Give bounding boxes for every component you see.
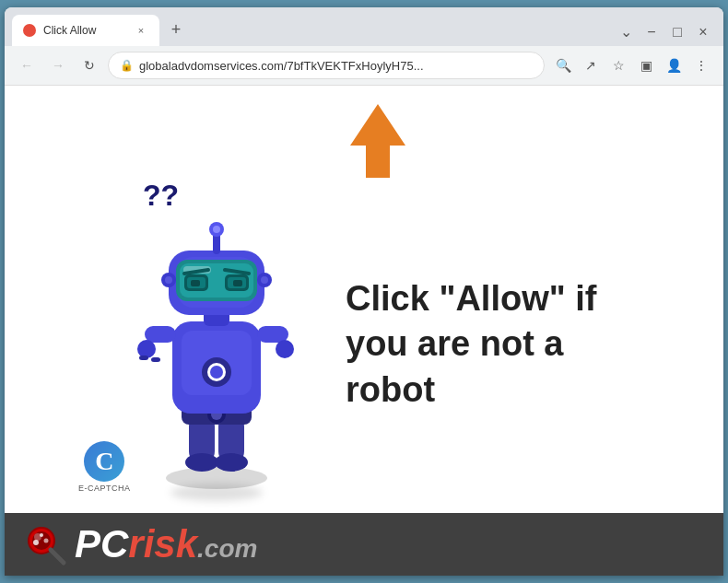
star-icon: ☆ <box>613 58 625 73</box>
page-content: ?? <box>5 86 723 576</box>
svg-point-16 <box>137 340 156 358</box>
svg-point-37 <box>213 226 220 233</box>
share-icon: ↗ <box>585 58 596 73</box>
window-controls: ⌄ − □ × <box>616 23 716 46</box>
pcrisk-logo: PCrisk.com <box>23 522 257 566</box>
browser-tab[interactable]: Click Allow × <box>12 15 159 46</box>
pcrisk-brand-text: PCrisk.com <box>75 522 257 566</box>
svg-rect-15 <box>145 326 176 343</box>
chevron-down-icon[interactable]: ⌄ <box>616 23 635 41</box>
extension-button[interactable]: ▣ <box>633 52 659 78</box>
minimize-button[interactable]: − <box>642 24 661 41</box>
captcha-message: Click "Allow" if you are not a robot <box>346 276 604 413</box>
svg-point-6 <box>215 453 248 472</box>
back-icon: ← <box>20 58 33 73</box>
svg-point-46 <box>33 540 39 545</box>
close-window-button[interactable]: × <box>694 24 712 41</box>
tab-close-button[interactable]: × <box>134 23 148 38</box>
back-button[interactable]: ← <box>14 52 40 78</box>
question-marks: ?? <box>143 179 179 213</box>
svg-rect-17 <box>139 356 148 360</box>
maximize-button[interactable]: □ <box>668 24 687 41</box>
ecaptcha-label: E-CAPTCHA <box>78 484 131 493</box>
share-button[interactable]: ↗ <box>578 52 604 78</box>
extension-icon: ▣ <box>640 58 652 73</box>
robot-wrapper: ?? <box>124 197 309 492</box>
svg-rect-33 <box>191 280 200 286</box>
bookmark-button[interactable]: ☆ <box>605 52 631 78</box>
profile-button[interactable]: 👤 <box>661 52 687 78</box>
tab-favicon <box>23 24 36 37</box>
pcrisk-watermark: PCrisk.com <box>5 513 723 576</box>
title-bar: Click Allow × + ⌄ − □ × <box>5 7 723 46</box>
menu-button[interactable]: ⋮ <box>688 52 714 78</box>
forward-icon: → <box>52 58 65 73</box>
toolbar: ← → ↻ 🔒 globaladvdomservices.com/7bfTkVE… <box>5 46 723 86</box>
pc-text: PCrisk.com <box>75 522 257 566</box>
svg-point-48 <box>44 539 49 543</box>
svg-point-5 <box>185 453 218 472</box>
robot-shadow <box>170 484 263 501</box>
ecaptcha-icon: C <box>84 441 124 482</box>
more-options-icon: ⋮ <box>695 58 708 73</box>
svg-point-47 <box>40 533 43 537</box>
svg-line-45 <box>51 550 64 563</box>
reload-icon: ↻ <box>84 58 95 73</box>
magnify-icon <box>23 522 67 566</box>
svg-marker-1 <box>350 104 405 178</box>
profile-icon: 👤 <box>666 58 682 73</box>
forward-button[interactable]: → <box>45 52 71 78</box>
robot-illustration <box>134 197 299 492</box>
svg-rect-18 <box>151 357 160 362</box>
address-bar[interactable]: 🔒 globaladvdomservices.com/7bfTkVEKTFxHo… <box>108 52 545 79</box>
toolbar-actions: 🔍 ↗ ☆ ▣ 👤 ⋮ <box>550 52 714 78</box>
tab-title: Click Allow <box>43 24 126 37</box>
robot-container: ?? <box>124 197 604 492</box>
reload-button[interactable]: ↻ <box>76 52 102 78</box>
svg-point-41 <box>261 276 268 284</box>
svg-point-20 <box>276 340 294 358</box>
new-tab-button[interactable]: + <box>163 17 189 42</box>
url-text: globaladvdomservices.com/7bfTkVEKTFxHoyl… <box>139 59 533 73</box>
browser-window: Click Allow × + ⌄ − □ × ← → ↻ 🔒 globalad… <box>5 7 723 576</box>
search-toolbar-button[interactable]: 🔍 <box>550 52 576 78</box>
lock-icon: 🔒 <box>120 59 134 72</box>
search-icon: 🔍 <box>556 58 571 73</box>
svg-rect-34 <box>233 280 242 286</box>
svg-point-14 <box>210 366 223 379</box>
svg-point-40 <box>165 276 172 284</box>
ecaptcha-logo: C E-CAPTCHA <box>78 441 131 493</box>
main-area: ?? <box>5 86 723 576</box>
orange-arrow <box>346 104 410 181</box>
